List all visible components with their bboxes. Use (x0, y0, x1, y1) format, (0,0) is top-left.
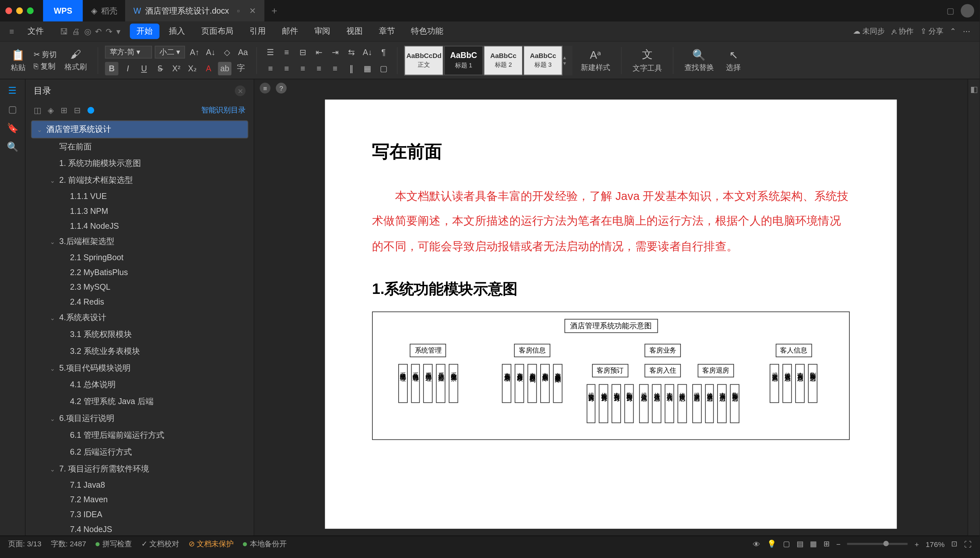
show-marks-button[interactable]: ¶ (377, 45, 391, 59)
status-protect[interactable]: ⊘ 文档未保护 (189, 539, 234, 549)
zoom-out-icon[interactable]: − (836, 540, 840, 548)
status-backup[interactable]: 本地备份开 (243, 539, 287, 549)
phonetic-button[interactable]: 字 (234, 62, 248, 75)
toc-item[interactable]: 3.2 系统业务表模块 (31, 343, 248, 360)
numbering-button[interactable]: ≡ (280, 45, 294, 59)
status-page[interactable]: 页面: 3/13 (8, 539, 41, 549)
status-spell[interactable]: 拼写检查 (95, 539, 132, 549)
align-justify-button[interactable]: ≡ (312, 62, 326, 75)
window-mode-icon[interactable]: ▢ (947, 6, 954, 16)
menu-view[interactable]: 视图 (340, 24, 369, 39)
smart-toc-button[interactable]: 智能识别目录 (201, 105, 246, 115)
view-outline-icon[interactable]: ▦ (810, 540, 817, 548)
line-spacing-button[interactable]: ‖ (345, 62, 358, 75)
toc-tree[interactable]: ⌄酒店管理系统设计写在前面1. 系统功能模块示意图⌄2. 前端技术框架选型1.1… (26, 118, 254, 535)
cut-button[interactable]: ✂ 剪切 (34, 49, 57, 60)
close-tab-icon[interactable]: ✕ (249, 6, 256, 16)
fullscreen-icon[interactable]: ⛶ (964, 540, 972, 548)
toc-item[interactable]: 2.4 Redis (31, 295, 248, 309)
toc-item[interactable]: 7.1 Java8 (31, 478, 248, 492)
nav-page-icon[interactable]: ▢ (8, 104, 17, 114)
qat-save-icon[interactable]: 🖫 (60, 26, 68, 36)
toc-item[interactable]: 7.4 NodeJS (31, 522, 248, 536)
ribbon-more-icon[interactable]: ⋯ (963, 27, 970, 36)
font-family-select[interactable]: 苹方-简 ▾ (105, 46, 152, 58)
toc-expand-icon[interactable]: ⊞ (61, 105, 67, 115)
minimize-window[interactable] (16, 7, 23, 14)
ribbon-collapse-icon[interactable]: ⌃ (950, 27, 956, 36)
right-gutter-icon[interactable]: ◧ (970, 85, 978, 94)
align-left-button[interactable]: ≡ (264, 62, 277, 75)
hamburger-icon[interactable]: ≡ (10, 26, 14, 36)
menu-file[interactable]: 文件 (21, 24, 50, 39)
nav-bookmark-icon[interactable]: 🔖 (7, 123, 18, 133)
indent-inc-button[interactable]: ⇥ (328, 45, 342, 59)
style-gallery[interactable]: AaBbCcDd正文 AaBbC标题 1 AaBbCc标题 2 AaBbCc标题… (404, 45, 573, 75)
format-painter[interactable]: 🖌格式刷 (61, 48, 91, 72)
qat-dropdown-icon[interactable]: ▾ (117, 26, 120, 36)
collab-button[interactable]: ዾ 协作 (891, 26, 914, 36)
highlight-button[interactable]: ab (218, 62, 232, 75)
copy-button[interactable]: ⎘ 复制 (34, 61, 57, 71)
qat-undo-icon[interactable]: ↶ (95, 26, 102, 36)
focus-mode-icon[interactable]: 💡 (767, 540, 776, 548)
toc-item[interactable]: ⌄5.项目代码模块说明 (31, 360, 248, 377)
tab-home[interactable]: ◈稻壳 (83, 0, 125, 21)
find-replace-button[interactable]: 🔍查找替换 (680, 48, 718, 72)
toc-item[interactable]: 2.2 MyBatisPlus (31, 265, 248, 280)
toc-item[interactable]: ⌄6.项目运行说明 (31, 410, 248, 427)
decrease-font-icon[interactable]: A↓ (204, 45, 217, 59)
menu-section[interactable]: 章节 (372, 24, 402, 39)
subscript-button[interactable]: X₂ (186, 62, 199, 75)
zoom-slider[interactable] (847, 543, 908, 545)
toc-tool-1[interactable]: ◫ (34, 105, 41, 115)
toc-item[interactable]: 1.1.3 NPM (31, 204, 248, 219)
italic-button[interactable]: I (121, 62, 135, 75)
text-tool-button[interactable]: 文文字工具 (629, 47, 666, 73)
reading-mode-icon[interactable]: 👁 (753, 540, 760, 548)
view-fullwidth-icon[interactable]: ⊞ (824, 540, 830, 548)
toc-item[interactable]: 7.2 Maven (31, 492, 248, 507)
tab-menu-icon[interactable]: ▫ (237, 6, 240, 16)
toc-tool-2[interactable]: ◈ (48, 105, 54, 115)
toc-item[interactable]: 3.1 系统权限模块 (31, 326, 248, 343)
toc-collapse-icon[interactable]: ⊟ (74, 105, 81, 115)
qat-print-icon[interactable]: 🖨 (72, 26, 80, 36)
select-button[interactable]: ↖选择 (722, 48, 745, 72)
toc-item[interactable]: ⌄7. 项目运行所需软件环境 (31, 461, 248, 478)
toc-item[interactable]: 1.1.4 NodeJS (31, 219, 248, 234)
toc-item[interactable]: 写在前面 (31, 139, 248, 156)
toc-item[interactable]: 1. 系统功能模块示意图 (31, 156, 248, 172)
nav-toc-icon[interactable]: ☰ (8, 85, 17, 95)
qat-preview-icon[interactable]: ◎ (84, 26, 91, 36)
paste-button[interactable]: 📋粘贴 (7, 48, 30, 72)
toc-item[interactable]: 4.2 管理系统 Java 后端 (31, 393, 248, 410)
view-web-icon[interactable]: ▢ (783, 540, 790, 548)
bullets-button[interactable]: ☰ (264, 45, 277, 59)
bold-button[interactable]: B (105, 62, 118, 75)
menu-feature[interactable]: 特色功能 (404, 24, 450, 39)
multilevel-button[interactable]: ⊟ (296, 45, 310, 59)
font-color-button[interactable]: A (202, 62, 215, 75)
fit-page-icon[interactable]: ⊡ (951, 540, 957, 548)
menu-reference[interactable]: 引用 (243, 24, 272, 39)
change-case-icon[interactable]: Aa (236, 45, 250, 59)
shading-button[interactable]: ▦ (361, 62, 374, 75)
new-style-button[interactable]: Aᵃ新建样式 (576, 48, 614, 72)
increase-font-icon[interactable]: A↑ (188, 45, 201, 59)
toc-item[interactable]: 2.3 MySQL (31, 280, 248, 295)
underline-button[interactable]: U (138, 62, 151, 75)
superscript-button[interactable]: X² (169, 62, 183, 75)
doc-nav-icon[interactable]: ≡ (259, 83, 270, 94)
doc-help-icon[interactable]: ? (276, 83, 286, 94)
sort-button[interactable]: A↓ (361, 45, 374, 59)
clear-format-icon[interactable]: ◇ (220, 45, 234, 59)
toc-item[interactable]: ⌄3.后端框架选型 (31, 233, 248, 250)
tab-wps[interactable]: WPS (43, 0, 83, 21)
menu-mail[interactable]: 邮件 (275, 24, 305, 39)
maximize-window[interactable] (27, 7, 34, 14)
zoom-level[interactable]: 176% (926, 540, 944, 548)
document-viewport[interactable]: 写在前面 本文档默认读者具备丰富的开发经验，了解 Java 开发基本知识，本文对… (254, 97, 968, 536)
indent-dec-button[interactable]: ⇤ (312, 45, 326, 59)
view-print-icon[interactable]: ▤ (796, 540, 803, 548)
